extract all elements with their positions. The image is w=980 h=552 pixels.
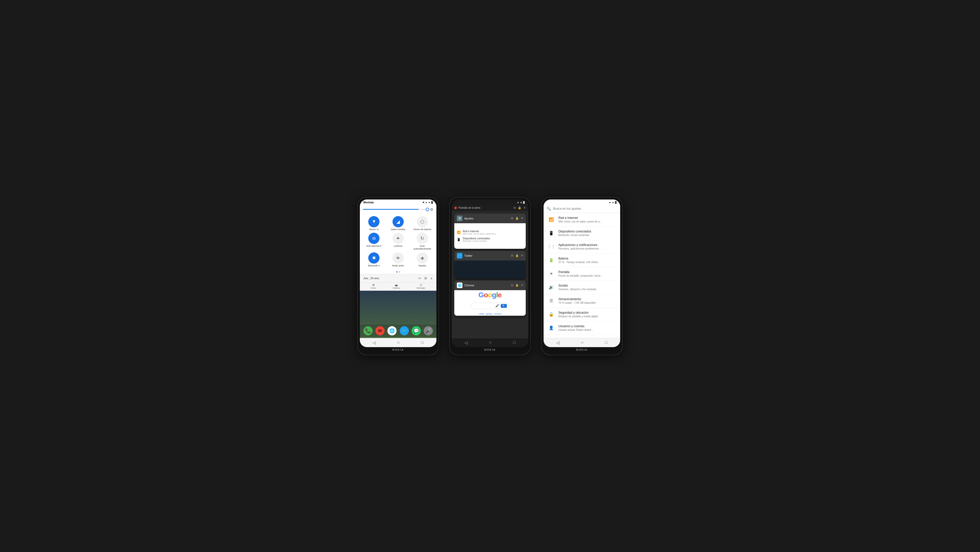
chrome-split-icon[interactable]: ⊟ bbox=[511, 284, 513, 287]
mini-wifi-icon: 📶 bbox=[457, 231, 461, 234]
red-internet-sub: Wifi, móvil, uso de datos, punto de a... bbox=[558, 220, 609, 223]
tile-bluetooth[interactable]: ✱ Bluetooth ▾ bbox=[363, 252, 385, 267]
settings-item-dispositivos[interactable]: 📱 Dispositivos conectados Bluetooth, env… bbox=[544, 227, 620, 240]
camera-icon: 📷 bbox=[395, 284, 398, 286]
ajustes-app-info: ⚙ Ajustes bbox=[457, 215, 473, 221]
tile-flashlight[interactable]: ✦ Linterna bbox=[387, 233, 409, 250]
tile-nearby[interactable]: ◈ Nearby bbox=[411, 252, 433, 267]
edit-icon[interactable]: ✏ bbox=[418, 276, 421, 280]
catala-link[interactable]: català bbox=[479, 313, 484, 315]
p3-home-button[interactable]: ○ bbox=[581, 340, 584, 345]
tile-wifi[interactable]: ▼ Nemo+ ▾ bbox=[363, 216, 385, 231]
p2-home-button[interactable]: ○ bbox=[489, 340, 492, 345]
google-search-input[interactable] bbox=[473, 304, 494, 307]
dock-phone[interactable]: 📞 bbox=[363, 326, 372, 335]
dock-whatsapp[interactable]: 💬 bbox=[412, 326, 421, 335]
recents-button[interactable]: □ bbox=[421, 340, 424, 345]
tile-rotation[interactable]: ↻ Girar automáticamente bbox=[411, 233, 433, 250]
p3-back-button[interactable]: ◁ bbox=[556, 340, 559, 345]
bluetooth-tile-icon: ✱ bbox=[368, 252, 380, 263]
settings-item-sonido[interactable]: 🔊 Sonido Volumen, vibración y No molesta… bbox=[544, 281, 620, 294]
shortcut-mensajes[interactable]: 💬 Mensajes bbox=[417, 284, 425, 289]
battery-settings-icon: 🔋 bbox=[547, 256, 555, 264]
settings-item-apps[interactable]: ⋮⋮ Aplicaciones y notificaciones Permiso… bbox=[544, 240, 620, 254]
p2-recents-button[interactable]: □ bbox=[513, 340, 515, 345]
chrome-close-icon[interactable]: ✕ bbox=[521, 284, 523, 287]
settings-item-red[interactable]: 📶 Red e Internet Wifi, móvil, uso de dat… bbox=[544, 213, 620, 227]
mic-icon[interactable]: 🎤 bbox=[495, 304, 499, 308]
storage-text: Almacenamiento 75 % usado - 7,95 GB disp… bbox=[558, 297, 617, 304]
sonido-icon: 🔊 bbox=[547, 283, 555, 292]
date-row-icons: ✏ ⚙ ∧ bbox=[418, 276, 433, 280]
recents-card-twitter[interactable]: 🐦 Twitter ⊟ 🔒 ✕ bbox=[454, 251, 526, 278]
settings-item-battery[interactable]: 🔋 Batería 37 % - Tiempo restante: 14h 44… bbox=[544, 254, 620, 267]
twitter-split-icon[interactable]: ⊟ bbox=[511, 254, 513, 257]
g-letter-o1: o bbox=[484, 291, 488, 299]
search-button[interactable]: 🔍 bbox=[501, 304, 507, 308]
security-title: Seguridad y ubicación bbox=[558, 311, 617, 314]
settings-item-users[interactable]: 👤 Usuarios y cuentas Usuario actual: Rub… bbox=[544, 321, 620, 335]
ajustes-lock-icon[interactable]: 🔒 bbox=[515, 217, 519, 220]
nav-bar-3: ◁ ○ □ bbox=[544, 338, 620, 347]
tile-dnd[interactable]: ⊖ Solo alarmas ▾ bbox=[363, 233, 385, 250]
dock-extra[interactable]: 🎤 bbox=[424, 326, 433, 335]
brightness-bar bbox=[363, 209, 428, 210]
pantalla-label: Pantalla de la tarea bbox=[458, 206, 480, 209]
settings-item-pantalla[interactable]: ☀ Pantalla Fondo de pantalla, suspensión… bbox=[544, 267, 620, 281]
mensajes-icon: 💬 bbox=[420, 284, 422, 286]
dock-gmail[interactable]: ✉ bbox=[375, 326, 385, 335]
g-letter-l: l bbox=[496, 291, 498, 299]
mini-red-text: Red e Internet Wifi, móvil, uso de datos… bbox=[463, 230, 497, 235]
settings-icon[interactable]: ⚙ bbox=[424, 276, 427, 280]
tile-airplane[interactable]: ✈ Modo avión bbox=[387, 252, 409, 267]
twitter-close-icon[interactable]: ✕ bbox=[521, 254, 523, 257]
ajustes-close-icon[interactable]: ✕ bbox=[521, 217, 523, 220]
chrome-card-header: 🌐 Chrome ⊟ 🔒 ✕ bbox=[454, 281, 526, 290]
brightness-fill bbox=[363, 209, 418, 210]
search-icon: 🔍 bbox=[547, 207, 551, 211]
galego-link[interactable]: galego bbox=[486, 313, 492, 315]
p2-back-button[interactable]: ◁ bbox=[465, 340, 468, 345]
collapse-icon[interactable]: ∧ bbox=[430, 276, 433, 280]
battery-text: Batería 37 % - Tiempo restante: 14h 44mi… bbox=[558, 257, 617, 263]
p3-signal: ▲ bbox=[609, 201, 611, 204]
shortcut-fotos[interactable]: 🖼 Fotos bbox=[371, 284, 376, 289]
apps-sub: Permisos, aplicaciones predetermin... bbox=[558, 247, 609, 250]
pantalla-settings-icon: ☀ bbox=[547, 270, 555, 278]
home-button[interactable]: ○ bbox=[397, 340, 400, 345]
storage-icon: ☰ bbox=[547, 297, 555, 305]
settings-item-storage[interactable]: ☰ Almacenamiento 75 % usado - 7,95 GB di… bbox=[544, 294, 620, 308]
brightness-control[interactable]: ⚙ bbox=[363, 207, 433, 212]
tile-battery-saver[interactable]: ⬡ Ahorro de batería bbox=[411, 216, 433, 231]
dock-twitter[interactable]: 🐦 bbox=[400, 326, 409, 335]
dock-chrome[interactable]: 🌐 bbox=[387, 326, 396, 335]
apps-title: Aplicaciones y notificaciones bbox=[558, 243, 617, 247]
euskara-link[interactable]: euskara bbox=[494, 313, 501, 315]
settings-search-bar[interactable]: 🔍 bbox=[544, 204, 620, 213]
dispositivos-text: Dispositivos conectados Bluetooth, envia… bbox=[558, 230, 617, 236]
chrome-lock-icon[interactable]: 🔒 bbox=[515, 284, 519, 287]
wifi-tile-icon: ▼ bbox=[368, 216, 380, 227]
pantalla-close-icon[interactable]: ✕ bbox=[523, 206, 526, 209]
sonido-title: Sonido bbox=[558, 284, 617, 287]
ajustes-split-icon[interactable]: ⊟ bbox=[511, 217, 513, 220]
p3-recents-button[interactable]: □ bbox=[605, 340, 608, 345]
recents-card-chrome[interactable]: 🌐 Chrome ⊟ 🔒 ✕ Google bbox=[454, 281, 526, 316]
shortcut-camera[interactable]: 📷 Cámara bbox=[393, 284, 400, 289]
sonido-text: Sonido Volumen, vibración y No molestar bbox=[558, 284, 617, 291]
google-search-bar[interactable]: 🎤 🔍 bbox=[471, 303, 510, 309]
tile-mobile-data[interactable]: ◢ Datos móviles bbox=[387, 216, 409, 231]
p3-wifi: ▲ bbox=[612, 201, 614, 204]
nokia-brand-3: NOKIA bbox=[544, 347, 620, 353]
phone-1: Movistar ★ ▲ ▲ ▓ ⚙ ▼ Nemo+ ▾ bbox=[357, 197, 439, 355]
recents-card-ajustes[interactable]: ⚙ Ajustes ⊟ 🔒 ✕ 📶 Red e bbox=[454, 214, 526, 249]
back-button[interactable]: ◁ bbox=[372, 340, 375, 345]
settings-gear-icon[interactable]: ⚙ bbox=[430, 207, 433, 212]
status-icons-1: ★ ▲ ▲ ▓ bbox=[422, 201, 433, 204]
settings-item-security[interactable]: 🔒 Seguridad y ubicación Bloqueo de panta… bbox=[544, 308, 620, 321]
twitter-lock-icon[interactable]: 🔒 bbox=[515, 254, 519, 257]
security-sub: Bloqueo de pantalla y huella digital bbox=[558, 315, 609, 318]
settings-search-input[interactable] bbox=[553, 207, 617, 211]
dnd-label: Solo alarmas ▾ bbox=[366, 245, 382, 247]
carrier-name: Movistar bbox=[363, 201, 374, 204]
